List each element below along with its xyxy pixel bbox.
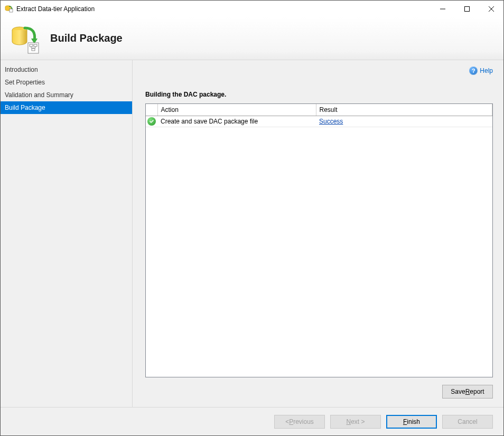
table-row: Create and save DAC package file Success: [146, 116, 492, 127]
col-header-result: Result: [316, 104, 492, 116]
cancel-button: Cancel: [442, 415, 493, 429]
help-label: Help: [480, 67, 493, 74]
svg-rect-3: [465, 6, 470, 11]
main-panel: ? Help Building the DAC package. Action …: [133, 60, 503, 407]
col-header-action: Action: [157, 104, 316, 116]
sidebar-item-introduction[interactable]: Introduction: [1, 63, 132, 76]
save-report-button[interactable]: Save Report: [442, 385, 493, 399]
titlebar: Extract Data-tier Application: [1, 1, 503, 17]
row-action: Create and save DAC package file: [157, 116, 316, 127]
wizard-icon: [10, 25, 38, 52]
window-title: Extract Data-tier Application: [16, 5, 431, 13]
svg-rect-1: [10, 9, 13, 12]
maximize-button[interactable]: [455, 1, 479, 17]
previous-button: < Previous: [274, 415, 325, 429]
dialog-window: Extract Data-tier Application: [0, 0, 504, 436]
finish-button[interactable]: Finish: [386, 415, 437, 429]
main-heading: Building the DAC package.: [145, 91, 493, 98]
next-button: Next >: [330, 415, 381, 429]
body: Introduction Set Properties Validation a…: [1, 60, 503, 407]
row-result-link[interactable]: Success: [319, 118, 343, 125]
col-header-icon: [146, 104, 157, 116]
results-table: Action Result Create and save DAC packag…: [145, 103, 493, 377]
minimize-button[interactable]: [431, 1, 455, 17]
sidebar-item-build-package[interactable]: Build Package: [1, 101, 132, 114]
footer: < Previous Next > Finish Cancel: [1, 407, 503, 435]
help-row: ? Help: [145, 65, 493, 76]
sidebar-item-validation-summary[interactable]: Validation and Summary: [1, 89, 132, 101]
success-icon: [147, 117, 156, 126]
sidebar: Introduction Set Properties Validation a…: [1, 60, 133, 407]
page-title: Build Package: [50, 32, 123, 44]
save-report-row: Save Report: [145, 385, 493, 399]
help-icon: ?: [469, 67, 478, 75]
app-icon: [5, 5, 13, 13]
close-button[interactable]: [479, 1, 503, 17]
sidebar-item-set-properties[interactable]: Set Properties: [1, 76, 132, 89]
header-band: Build Package: [1, 17, 503, 60]
help-link[interactable]: ? Help: [469, 67, 493, 75]
window-controls: [431, 1, 503, 17]
